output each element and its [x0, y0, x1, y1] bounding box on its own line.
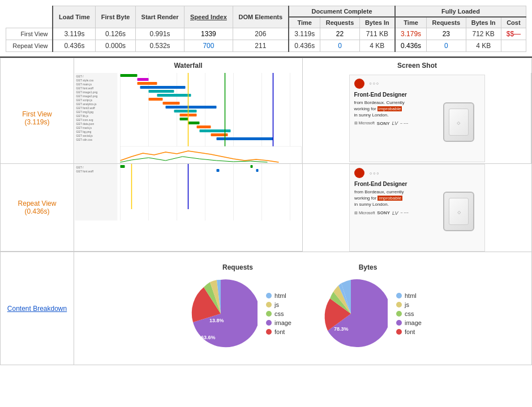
repeat-view-title: Repeat View — [18, 200, 57, 207]
col-dom-elements: DOM Elements — [233, 6, 289, 28]
first-view-time: (3.119s) — [24, 118, 49, 126]
svg-text:GET bg.png: GET bg.png — [76, 130, 92, 133]
first-byte-1: 0.000s — [96, 40, 136, 52]
requests-chart: Requests — [184, 263, 291, 350]
dc-bytes-0: 711 KB — [359, 28, 395, 40]
legend-css-req: css — [266, 310, 291, 317]
bytes-legend: html js css image — [396, 292, 422, 335]
dc-time-1: 0.436s — [289, 40, 320, 52]
ss-nav-text-first: ○ ○ ○ — [370, 81, 394, 85]
legend-label-font-bytes: font — [405, 328, 415, 335]
bytes-chart-wrap: 78.3% html js css — [314, 277, 422, 350]
svg-text:13.8%: 13.8% — [209, 318, 224, 323]
svg-rect-26 — [121, 74, 138, 77]
col-load-time: Load Time — [53, 6, 95, 28]
dc-requests-1: 0 — [320, 40, 359, 52]
svg-rect-34 — [166, 106, 217, 109]
first-view-waterfall-img: GET / GET style.css GET main.js GET font… — [74, 73, 302, 163]
col-dc-requests: Requests — [320, 17, 359, 28]
svg-text:GET social.js: GET social.js — [76, 134, 93, 137]
legend-label-font-req: font — [274, 328, 285, 335]
waterfall-header: Waterfall — [74, 58, 303, 73]
breakdown-charts-container: Requests — [74, 252, 531, 365]
bytes-chart-title: Bytes — [359, 263, 377, 271]
dom-elements-1: 211 — [233, 40, 289, 52]
svg-text:GET font.woff: GET font.woff — [76, 86, 94, 90]
legend-dot-js-bytes — [396, 302, 402, 308]
repeat-view-label: Repeat View (0.436s) — [1, 164, 74, 252]
metrics-section: Load Time First Byte Start Render Speed … — [0, 0, 532, 52]
ss-highlight-first: improbable — [377, 106, 402, 111]
col-speed-index: Speed Index — [185, 6, 233, 28]
legend-label-css-req: css — [274, 310, 284, 317]
first-view-label: First View (3.119s) — [1, 73, 74, 164]
fl-cost-1 — [501, 40, 526, 52]
svg-rect-38 — [188, 122, 200, 124]
svg-text:GET analytics.js: GET analytics.js — [76, 102, 97, 106]
col-fl-cost: Cost — [501, 17, 526, 28]
ss-nav-text-repeat: ○ ○ ○ — [370, 171, 394, 175]
view-grid: First View (3.119s) GET / GET style.css — [0, 73, 532, 252]
svg-text:GET /: GET / — [76, 75, 84, 78]
bytes-pie-svg: 78.3% — [314, 277, 388, 350]
ss-device-screen-repeat: ⬦ — [449, 198, 469, 225]
speed-index-1: 700 — [185, 40, 233, 52]
ss-logo-first — [354, 79, 364, 89]
svg-rect-62 — [251, 165, 253, 168]
content-breakdown-section: Content Breakdown Requests — [0, 252, 532, 365]
content-breakdown-label[interactable]: Content Breakdown — [1, 252, 74, 365]
col-first-byte: First Byte — [96, 6, 136, 28]
svg-text:GET track.js: GET track.js — [76, 126, 92, 129]
svg-rect-30 — [149, 90, 174, 93]
legend-image-req: image — [266, 319, 291, 326]
first-byte-0: 0.126s — [96, 28, 136, 40]
repeat-view-screenshot: ○ ○ ○ Front-End Designer from Bordeaux, … — [303, 164, 531, 252]
ss-title-repeat: Front-End Designer — [354, 180, 480, 188]
legend-image-bytes: image — [396, 319, 422, 326]
repeat-view-waterfall: GET / GET font.woff — [74, 164, 303, 252]
legend-label-html-req: html — [274, 292, 286, 299]
legend-dot-html-bytes — [396, 293, 402, 298]
svg-rect-27 — [138, 78, 149, 81]
legend-dot-css-bytes — [396, 311, 402, 317]
svg-rect-37 — [180, 118, 188, 120]
col-fl-requests: Requests — [427, 17, 466, 28]
legend-label-html-bytes: html — [405, 292, 417, 299]
bytes-chart: Bytes — [314, 263, 422, 350]
fl-bytes-1: 4 KB — [466, 40, 501, 52]
load-time-0: 3.119s — [53, 28, 95, 40]
speed-index-0: 1339 — [185, 28, 233, 40]
content-breakdown-link[interactable]: Content Breakdown — [7, 305, 67, 313]
svg-text:GET lib.js: GET lib.js — [76, 114, 89, 118]
fl-cost-0: $$— — [501, 28, 526, 40]
svg-rect-58 — [121, 165, 125, 168]
svg-rect-28 — [138, 82, 157, 85]
first-view-waterfall: GET / GET style.css GET main.js GET font… — [74, 73, 303, 164]
ss-device-first: ⬦ — [443, 102, 474, 142]
svg-text:GET img3.jpg: GET img3.jpg — [76, 110, 94, 114]
legend-dot-font-bytes — [396, 329, 402, 335]
repeat-view-row: Repeat View 0.436s 0.000s 0.532s 700 211… — [6, 40, 526, 52]
metrics-table: Load Time First Byte Start Render Speed … — [6, 6, 526, 52]
legend-dot-image-req — [266, 320, 272, 326]
fl-requests-1: 0 — [427, 40, 466, 52]
legend-dot-image-bytes — [396, 320, 402, 326]
start-render-1: 0.532s — [135, 40, 184, 52]
svg-text:GET /: GET / — [76, 166, 84, 169]
svg-text:GET font.woff: GET font.woff — [76, 170, 94, 173]
col-start-render: Start Render — [135, 6, 184, 28]
svg-rect-33 — [163, 102, 180, 105]
dc-time-0: 3.119s — [289, 28, 320, 40]
col-fl-bytes: Bytes In — [466, 17, 501, 28]
legend-html-req: html — [266, 292, 291, 299]
col-fl-time: Time — [395, 17, 427, 28]
legend-label-image-req: image — [274, 319, 291, 326]
repeat-view-waterfall-img: GET / GET font.woff — [74, 164, 302, 220]
legend-css-bytes: css — [396, 310, 422, 317]
svg-rect-40 — [200, 129, 231, 132]
first-view-row: First View 3.119s 0.126s 0.991s 1339 206… — [6, 28, 526, 40]
svg-text:GET main.js: GET main.js — [76, 83, 92, 86]
svg-text:GET cdn.css: GET cdn.css — [76, 138, 93, 141]
legend-js-bytes: js — [396, 301, 422, 308]
requests-chart-title: Requests — [222, 263, 253, 271]
